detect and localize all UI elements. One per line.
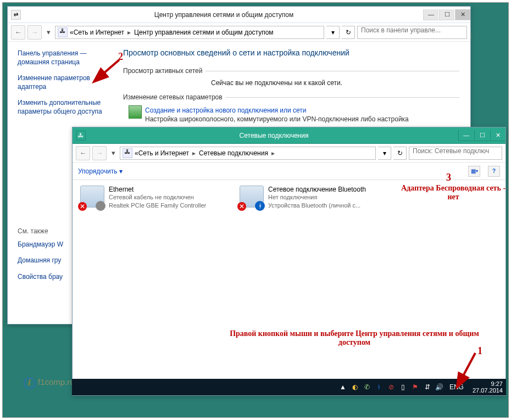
app-icon: ⇄ — [11, 10, 21, 20]
tray-bluetooth-icon[interactable]: ᚼ — [375, 383, 384, 391]
titlebar[interactable]: ⇄ Центр управления сетями и общим доступ… — [8, 7, 470, 23]
help-button[interactable]: ? — [488, 166, 500, 177]
minimize-button[interactable]: — — [458, 130, 474, 141]
back-button[interactable]: ← — [11, 25, 25, 40]
breadcrumb-part[interactable]: Сетевые подключения — [199, 149, 268, 157]
breadcrumb-part[interactable]: Сеть и Интернет — [74, 29, 124, 36]
system-tray: ▲ ◐ ✆ ᚼ ⊘ ▯ ⚑ ⇵ 🔊 ENG 9:27 27.07.2014 — [338, 380, 503, 394]
tray-network-icon[interactable]: ⇵ — [423, 383, 432, 391]
bluetooth-badge-icon: ᚼ — [255, 201, 265, 211]
search-input[interactable] — [357, 26, 467, 39]
tray-skype-icon[interactable]: ✆ — [363, 383, 371, 391]
section-change-settings: Изменение сетевых параметров — [123, 93, 223, 101]
tray-clock[interactable]: 9:27 27.07.2014 — [473, 380, 503, 394]
connection-status: Сетевой кабель не подключен — [109, 193, 206, 201]
breadcrumb-dropdown[interactable]: ▾ — [326, 26, 340, 39]
app-icon: 🖧 — [76, 131, 86, 141]
clock-time: 9:27 — [473, 380, 503, 387]
recent-button[interactable]: ▾ — [109, 146, 118, 160]
tray-app-icon[interactable]: ◐ — [351, 383, 359, 391]
breadcrumb-icon: 🖧 — [123, 148, 132, 158]
chevron-right-icon: ▸ — [271, 149, 275, 157]
close-button[interactable]: ✕ — [490, 130, 506, 141]
no-network-text: Сейчас вы не подключены ни к какой сети. — [211, 79, 459, 87]
tray-battery-icon[interactable]: ▯ — [399, 383, 408, 391]
page-heading: Просмотр основных сведений о сети и наст… — [123, 48, 459, 57]
tray-alert-icon[interactable]: ⊘ — [387, 383, 396, 391]
maximize-button[interactable]: ☐ — [474, 130, 490, 141]
connection-name: Сетевое подключение Bluetooth — [268, 186, 366, 193]
connection-name: Ethernet — [109, 186, 206, 193]
breadcrumb[interactable]: 🖧 « Сеть и Интернет ▸ Центр управления с… — [55, 26, 324, 39]
breadcrumb-part[interactable]: Центр управления сетями и общим доступом — [134, 29, 274, 36]
refresh-button[interactable]: ↻ — [393, 147, 407, 160]
view-mode-button[interactable]: ▦▾ — [468, 166, 480, 177]
error-badge-icon: ✕ — [237, 202, 246, 211]
link-new-connection-desc: Настройка широкополосного, коммутируемог… — [145, 115, 409, 123]
back-button[interactable]: ← — [76, 146, 90, 160]
breadcrumb-icon: 🖧 — [58, 27, 68, 37]
toolbar: Упорядочить▾ ▦▾ ? — [73, 163, 506, 180]
sidebar-link-adapter[interactable]: Изменение параметров адаптера — [18, 74, 107, 91]
search-input[interactable] — [409, 147, 502, 160]
sidebar-link-sharing[interactable]: Изменить дополнительные параметры общего… — [18, 99, 107, 116]
refresh-button[interactable]: ↻ — [342, 26, 355, 39]
breadcrumb-part[interactable]: Сеть и Интернет — [138, 149, 189, 157]
chevron-down-icon: ▾ — [119, 167, 123, 175]
connections-list: ✕ Ethernet Сетевой кабель не подключен R… — [73, 180, 506, 215]
recent-button[interactable]: ▾ — [44, 25, 53, 40]
pci-badge-icon — [96, 201, 105, 211]
nav-row: ← → ▾ 🖧 « Сеть и Интернет ▸ Сетевые подк… — [73, 144, 506, 163]
breadcrumb[interactable]: 🖧 « Сеть и Интернет ▸ Сетевые подключени… — [120, 147, 376, 160]
connection-device: Устройства Bluetooth (личной с... — [268, 201, 366, 210]
sidebar-link-home[interactable]: Панель управления — домашняя страница — [18, 49, 107, 66]
breadcrumb-prefix: « — [70, 29, 74, 36]
tray-security-icon[interactable]: ⚑ — [411, 383, 420, 391]
window-title: Центр управления сетями и общим доступом — [25, 11, 423, 19]
taskbar: ▲ ◐ ✆ ᚼ ⊘ ▯ ⚑ ⇵ 🔊 ENG 9:27 27.07.2014 — [72, 379, 506, 395]
link-new-connection[interactable]: Создание и настройка нового подключения … — [145, 107, 409, 114]
breadcrumb-prefix: « — [135, 149, 138, 157]
maximize-button[interactable]: ☐ — [439, 9, 454, 20]
connection-item-ethernet[interactable]: ✕ Ethernet Сетевой кабель не подключен R… — [80, 186, 223, 210]
forward-button[interactable]: → — [27, 25, 42, 40]
new-connection-icon — [129, 105, 142, 119]
minimize-button[interactable]: — — [423, 9, 438, 20]
connection-status: Нет подключения — [268, 193, 366, 201]
breadcrumb-dropdown[interactable]: ▾ — [378, 147, 391, 160]
error-badge-icon: ✕ — [78, 202, 87, 211]
titlebar[interactable]: 🖧 Сетевые подключения — ☐ ✕ — [73, 127, 506, 144]
connection-item-bluetooth[interactable]: ✕ ᚼ Сетевое подключение Bluetooth Нет по… — [240, 186, 382, 210]
arrange-button[interactable]: Упорядочить▾ — [78, 167, 123, 175]
tray-up-icon[interactable]: ▲ — [338, 383, 347, 391]
nav-row: ← → ▾ 🖧 « Сеть и Интернет ▸ Центр управл… — [8, 23, 470, 42]
section-active-networks: Просмотр активных сетей — [123, 67, 202, 75]
tray-language[interactable]: ENG — [447, 383, 466, 391]
forward-button[interactable]: → — [92, 146, 107, 160]
window-network-connections: 🖧 Сетевые подключения — ☐ ✕ ← → ▾ 🖧 « Се… — [72, 127, 506, 396]
window-title: Сетевые подключения — [90, 132, 458, 139]
tray-volume-icon[interactable]: 🔊 — [435, 383, 444, 391]
connection-device: Realtek PCIe GBE Family Controller — [109, 201, 206, 210]
chevron-right-icon: ▸ — [127, 29, 131, 36]
clock-date: 27.07.2014 — [473, 387, 503, 394]
close-button[interactable]: ✕ — [455, 9, 470, 20]
watermark: f1comp.ru — [24, 377, 75, 389]
chevron-right-icon: ▸ — [192, 149, 196, 157]
